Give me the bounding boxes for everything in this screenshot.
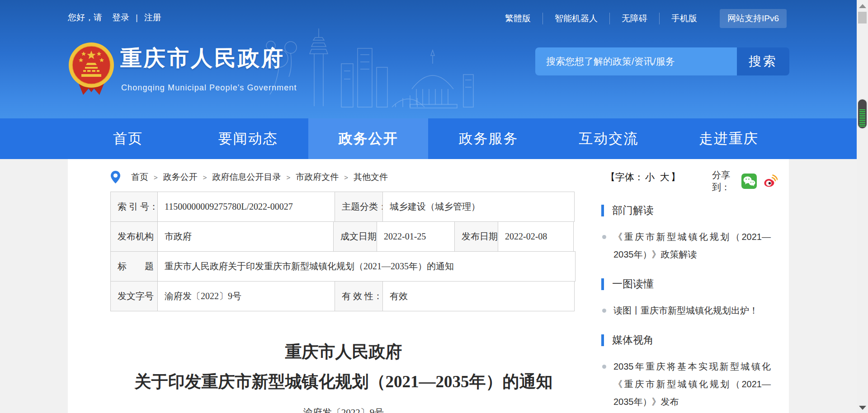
vertical-scrollbar[interactable] [857,0,868,413]
ipv6-badge[interactable]: 网站支持IPv6 [720,9,787,28]
page: 您好，请 登录 | 注册 繁體版 智能机器人 无障碍 手机版 网站支持IPv6 [0,0,868,413]
greeting-text: 您好，请 [68,12,102,23]
font-size-control: 【字体：小 大】 [606,171,680,183]
breadcrumb-info-catalog[interactable]: 政府信息公开目录 [212,171,281,183]
nav-item-news[interactable]: 要闻动态 [188,118,308,159]
sidebar-section-infographic: 一图读懂 读图丨重庆市新型城镇化规划出炉！ [601,277,782,319]
scrollbar-thumb[interactable] [858,12,867,23]
weibo-icon[interactable] [762,174,778,189]
issuing-agency-value: 市政府 [157,221,334,252]
sidebar-link-policy-interpretation[interactable]: 《重庆市新型城镇化规划（2021—2035年）》政策解读 [601,228,771,263]
section-title: 媒体视角 [612,333,654,347]
nav-item-about-chongqing[interactable]: 走进重庆 [669,118,789,159]
written-date-label: 成文日期： [333,221,377,252]
index-number-value: 11500000009275780L/2022-00027 [157,192,335,222]
breadcrumb-separator: > [344,174,348,181]
topbar-utility-links: 繁體版 智能机器人 无障碍 手机版 网站支持IPv6 [493,9,787,28]
scroll-down-icon[interactable] [859,406,866,410]
breadcrumb-home[interactable]: 首页 [131,171,148,183]
nav-item-interaction[interactable]: 互动交流 [548,118,669,159]
smart-robot-link[interactable]: 智能机器人 [542,13,609,24]
breadcrumb-separator: > [154,174,158,181]
share-label: 分享到： [712,169,736,193]
table-row: 发文字号： 渝府发〔2022〕9号 有 效 性： 有效 [111,282,576,311]
register-link[interactable]: 注册 [144,12,161,23]
sidebar-link-infographic[interactable]: 读图丨重庆市新型城镇化规划出炉！ [601,302,771,319]
table-row: 索 引 号： 11500000009275780L/2022-00027 主题分… [111,192,576,222]
document-number: 渝府发〔2022〕9号 [111,406,576,413]
traditional-chinese-link[interactable]: 繁體版 [493,13,542,24]
topic-category-value: 城乡建设（城乡管理） [382,192,575,222]
publish-date-label: 发布日期： [454,221,498,252]
written-date-value: 2022-01-25 [377,221,455,252]
font-smaller-button[interactable]: 小 [645,172,655,182]
section-accent-bar [601,205,604,216]
section-title: 部门解读 [612,203,654,217]
related-sidebar: 部门解读 《重庆市新型城镇化规划（2021—2035年）》政策解读 一图读懂 读… [601,203,782,413]
nav-item-gov-services[interactable]: 政务服务 [428,118,548,159]
breadcrumb-municipal-docs[interactable]: 市政府文件 [296,171,339,183]
validity-value: 有效 [382,281,575,311]
title-value: 重庆市人民政府关于印发重庆市新型城镇化规划（2021—2035年）的通知 [157,251,576,282]
doc-number-value: 渝府发〔2022〕9号 [157,281,335,311]
content-card: 首页 > 政务公开 > 政府信息公开目录 > 市政府文件 > 其他文件 【字体：… [68,159,789,413]
location-pin-icon [111,171,120,184]
issuing-agency-label: 发布机构： [110,221,158,252]
scroll-progress-stripes [859,109,865,127]
search-input[interactable] [535,47,737,75]
breadcrumb-gov-disclosure[interactable]: 政务公开 [163,171,198,183]
font-control-prefix: 【字体： [606,172,644,182]
topic-category-label: 主题分类： [335,192,383,222]
section-header: 一图读懂 [601,277,782,291]
table-row: 发布机构： 市政府 成文日期： 2022-01-25 发布日期： 2022-02… [111,222,576,252]
sidebar-section-media-view: 媒体视角 2035年重庆将基本实现新型城镇化 《重庆市新型城镇化规划（2021—… [601,333,782,411]
document-info-table: 索 引 号： 11500000009275780L/2022-00027 主题分… [111,192,576,311]
breadcrumb-separator: > [287,174,291,181]
search-bar: 搜索 [535,47,789,75]
search-button[interactable]: 搜索 [737,47,789,75]
breadcrumb-other-docs[interactable]: 其他文件 [354,171,388,183]
accessibility-link[interactable]: 无障碍 [609,13,659,24]
nav-item-gov-disclosure[interactable]: 政务公开 [308,118,429,159]
site-header: 您好，请 登录 | 注册 繁體版 智能机器人 无障碍 手机版 网站支持IPv6 [0,0,857,118]
nav-items: 首页 要闻动态 政务公开 政务服务 互动交流 走进重庆 [68,118,789,159]
skyline-decoration [251,20,486,116]
breadcrumb-row: 首页 > 政务公开 > 政府信息公开目录 > 市政府文件 > 其他文件 【字体：… [111,168,778,186]
font-larger-button[interactable]: 大 [660,172,670,182]
document-title-line2: 关于印发重庆市新型城镇化规划（2021—2035年）的通知 [111,371,576,393]
share-area: 分享到： [712,169,778,193]
topbar-login-area: 您好，请 登录 | 注册 [68,12,161,23]
scroll-progress-widget[interactable] [857,99,868,129]
table-row: 标 题： 重庆市人民政府关于印发重庆市新型城镇化规划（2021—2035年）的通… [111,252,576,282]
login-separator: | [136,13,138,23]
national-emblem-logo[interactable] [68,42,115,98]
sidebar-section-department-interpretation: 部门解读 《重庆市新型城镇化规划（2021—2035年）》政策解读 [601,203,782,263]
wechat-icon[interactable] [741,174,757,189]
font-control-suffix: 】 [671,172,680,182]
section-accent-bar [601,278,604,290]
title-label: 标 题： [110,251,158,282]
section-accent-bar [601,334,604,346]
doc-number-label: 发文字号： [110,281,158,311]
mobile-version-link[interactable]: 手机版 [659,13,709,24]
validity-label: 有 效 性： [335,281,383,311]
publish-date-value: 2022-02-08 [498,221,574,252]
main-navigation: 首页 要闻动态 政务公开 政务服务 互动交流 走进重庆 [0,118,857,159]
sidebar-link-media-article[interactable]: 2035年重庆将基本实现新型城镇化 《重庆市新型城镇化规划（2021—2035年… [601,358,771,411]
section-header: 部门解读 [601,203,782,217]
index-number-label: 索 引 号： [110,192,158,222]
breadcrumb-separator: > [203,174,207,181]
scroll-up-icon[interactable] [859,4,866,8]
login-link[interactable]: 登录 [112,12,129,23]
document-title-line1: 重庆市人民政府 [111,341,576,363]
document-title-block: 重庆市人民政府 关于印发重庆市新型城镇化规划（2021—2035年）的通知 渝府… [111,341,576,413]
nav-item-home[interactable]: 首页 [68,118,188,159]
national-emblem-icon [68,42,115,98]
section-title: 一图读懂 [612,277,654,291]
section-header: 媒体视角 [601,333,782,347]
